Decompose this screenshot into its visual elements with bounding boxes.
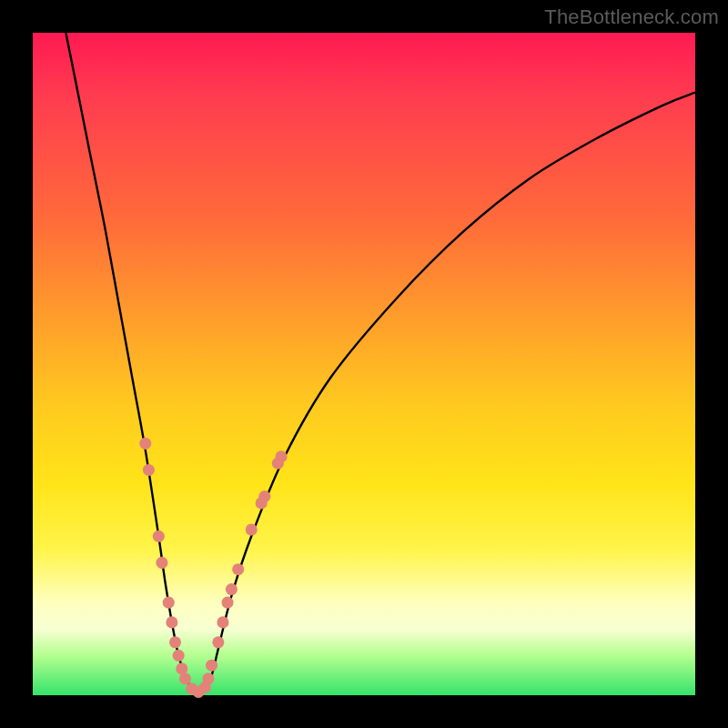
chart-marker: [258, 490, 270, 502]
chart-marker: [226, 583, 238, 595]
chart-marker: [202, 672, 214, 684]
chart-marker: [163, 597, 175, 609]
chart-marker: [143, 464, 155, 476]
chart-marker: [173, 650, 185, 662]
chart-markers: [139, 438, 287, 698]
chart-svg: [33, 33, 695, 695]
chart-marker: [217, 616, 228, 628]
chart-marker: [212, 636, 224, 648]
chart-marker: [156, 557, 167, 569]
chart-marker: [169, 636, 181, 648]
chart-marker: [246, 523, 258, 535]
chart-marker: [166, 616, 177, 628]
chart-marker: [275, 450, 287, 462]
chart-marker: [232, 563, 244, 575]
chart-marker: [153, 531, 165, 542]
chart-marker: [221, 597, 233, 609]
watermark-text: TheBottleneck.com: [544, 5, 719, 29]
chart-marker: [139, 438, 151, 450]
bottleneck-curve: [66, 33, 695, 692]
chart-marker: [206, 660, 217, 672]
chart-frame: TheBottleneck.com: [0, 0, 728, 728]
chart-plot-area: [33, 33, 695, 695]
chart-marker: [179, 672, 191, 684]
